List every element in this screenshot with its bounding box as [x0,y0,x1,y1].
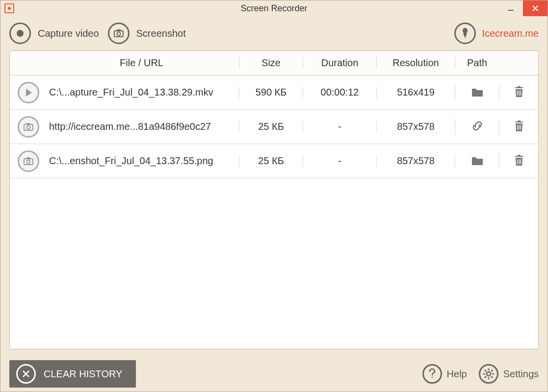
close-icon [16,364,36,384]
record-icon [9,23,31,44]
play-icon [25,88,32,97]
brand-link[interactable]: Icecream.me [454,23,539,44]
play-button[interactable] [18,82,39,103]
size-cell: 25 КБ [239,121,303,132]
help-icon [422,364,442,384]
svg-point-3 [117,32,120,36]
link-icon [471,120,484,132]
folder-button[interactable] [470,85,484,99]
window-controls [498,0,548,16]
table-row: http://icecream.me...81a9486f9e0c27 25 К… [10,110,538,144]
size-cell: 590 КБ [239,87,303,98]
trash-icon [514,86,524,98]
camera-icon [23,157,34,166]
table-row: C:\...apture_Fri_Jul_04_13.38.29.mkv 590… [10,75,538,110]
gear-icon [479,364,498,384]
resolution-cell: 516x419 [376,87,455,98]
folder-icon [471,87,484,98]
camera-icon [23,122,34,131]
svg-rect-18 [519,159,520,164]
minimize-button[interactable] [498,0,523,16]
duration-cell: - [303,155,376,167]
app-window: Screen Recorder Capture video Screenshot [0,0,548,392]
delete-cell [499,85,538,100]
minimize-icon [507,5,514,12]
file-cell: C:\...enshot_Fri_Jul_04_13.37.55.png [39,155,239,167]
titlebar: Screen Recorder [0,0,548,16]
preview-button[interactable] [18,116,39,138]
delete-button[interactable] [512,85,526,98]
duration-cell: 00:00:12 [303,87,376,98]
folder-icon [471,155,484,166]
capture-video-label: Capture video [38,28,99,39]
svg-rect-13 [520,125,521,130]
resolution-cell: 857x578 [376,155,455,167]
close-icon [532,5,539,12]
resolution-cell: 857x578 [376,121,455,132]
close-button[interactable] [523,0,548,16]
column-header-path: Path [455,57,499,69]
svg-rect-19 [520,159,521,164]
table-row: C:\...enshot_Fri_Jul_04_13.37.55.png 25 … [10,144,538,178]
settings-button[interactable]: Settings [479,364,539,384]
svg-point-15 [27,160,30,163]
app-icon [4,3,14,13]
svg-line-28 [485,376,486,378]
footer-right: Help Settings [422,364,539,384]
footer: CLEAR HISTORY Help Settings [0,356,548,392]
column-header-resolution: Resolution [376,57,455,69]
icecream-icon [454,23,476,44]
table-header: File / URL Size Duration Resolution Path [10,51,538,75]
svg-line-27 [491,370,493,371]
folder-button[interactable] [470,154,484,168]
column-header-file: File / URL [10,57,239,69]
svg-point-1 [17,30,24,37]
svg-rect-4 [117,29,121,31]
file-cell: C:\...apture_Fri_Jul_04_13.38.29.mkv [39,87,239,98]
file-cell: http://icecream.me...81a9486f9e0c27 [39,121,239,132]
svg-rect-17 [517,159,518,164]
help-label: Help [447,368,467,380]
delete-cell [499,153,538,169]
camera-icon [108,23,130,44]
delete-cell [499,119,538,134]
path-cell [455,85,499,100]
brand-label: Icecream.me [482,28,539,39]
screenshot-button[interactable]: Screenshot [108,23,186,44]
svg-rect-6 [519,91,520,96]
link-button[interactable] [470,119,484,133]
column-header-duration: Duration [303,57,376,69]
delete-button[interactable] [512,153,526,167]
trash-icon [514,154,524,166]
preview-button[interactable] [18,150,39,172]
trash-icon [514,120,524,132]
path-cell [455,119,499,135]
svg-rect-12 [519,125,520,130]
svg-point-9 [27,125,30,129]
svg-line-26 [491,376,493,378]
svg-rect-0 [508,10,514,11]
help-button[interactable]: Help [422,364,467,384]
svg-point-20 [487,372,491,376]
clear-history-label: CLEAR HISTORY [44,368,122,380]
history-panel: File / URL Size Duration Resolution Path… [9,50,539,349]
path-cell [455,154,499,169]
toolbar: Capture video Screenshot Icecream.me [0,16,548,50]
clear-history-button[interactable]: CLEAR HISTORY [9,360,136,388]
capture-video-button[interactable]: Capture video [9,23,99,44]
svg-rect-11 [517,125,518,130]
settings-label: Settings [503,368,539,380]
svg-rect-16 [26,157,30,159]
svg-rect-10 [26,123,30,125]
svg-line-25 [485,370,486,371]
column-header-size: Size [239,57,303,69]
screenshot-label: Screenshot [136,28,186,39]
svg-rect-7 [520,91,521,96]
duration-cell: - [303,121,376,132]
delete-button[interactable] [512,119,526,133]
window-title: Screen Recorder [0,3,548,14]
size-cell: 25 КБ [239,155,303,167]
svg-rect-5 [517,91,518,96]
